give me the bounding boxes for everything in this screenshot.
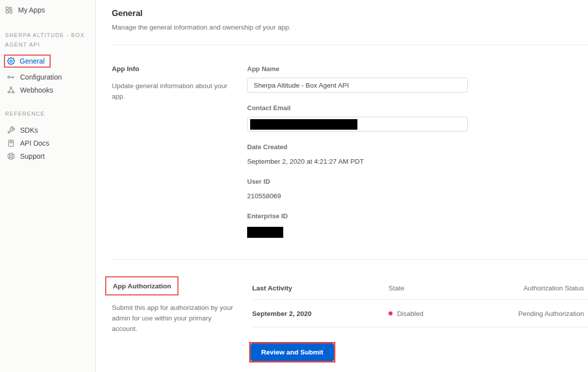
app-name-label: App Name bbox=[247, 65, 588, 73]
sidebar-item-label: Support bbox=[20, 152, 45, 160]
document-icon bbox=[7, 139, 15, 147]
sidebar-item-api-docs[interactable]: API Docs bbox=[0, 137, 95, 150]
sidebar-item-label: SDKs bbox=[20, 126, 38, 134]
sidebar-item-label: My Apps bbox=[18, 6, 45, 14]
column-header-authorization-status: Authorization Status bbox=[472, 284, 588, 292]
sidebar-item-general[interactable]: General bbox=[4, 55, 51, 68]
authorization-status-cell: Pending Authorization bbox=[472, 310, 588, 317]
app-info-description: Update general information about your ap… bbox=[112, 81, 234, 102]
page-header: General Manage the general information a… bbox=[112, 0, 588, 45]
review-and-submit-button[interactable]: Review and Submit bbox=[251, 343, 334, 361]
column-header-last-activity: Last Activity bbox=[252, 284, 388, 292]
app-info-heading: App Info bbox=[112, 65, 234, 73]
table-row: September 2, 2020 Disabled Pending Autho… bbox=[252, 300, 588, 327]
redaction-box-enterprise-id bbox=[247, 227, 283, 238]
page-subtitle: Manage the general information and owner… bbox=[112, 24, 588, 31]
sidebar-app-section-label: SHERPA ALTITUDE - BOX AGENT API bbox=[5, 31, 88, 50]
enterprise-id-label: Enterprise ID bbox=[247, 212, 588, 220]
contact-email-label: Contact Email bbox=[247, 104, 588, 112]
app-authorization-section: App Authorization Submit this app for au… bbox=[112, 260, 588, 362]
date-created-label: Date Created bbox=[247, 143, 588, 151]
sidebar-item-configuration[interactable]: Configuration bbox=[0, 71, 95, 84]
sidebar-item-webhooks[interactable]: Webhooks bbox=[0, 84, 95, 97]
status-dot-icon bbox=[388, 311, 393, 315]
app-authorization-description: Submit this app for authorization by you… bbox=[112, 302, 234, 334]
app-info-section: App Info Update general information abou… bbox=[112, 45, 588, 260]
gear-icon bbox=[7, 57, 15, 65]
redaction-box-email bbox=[250, 119, 357, 130]
webhook-icon bbox=[7, 86, 15, 94]
column-header-state: State bbox=[388, 284, 472, 292]
app-authorization-heading: App Authorization bbox=[113, 282, 171, 290]
sidebar-item-label: API Docs bbox=[20, 139, 49, 147]
user-id-field: User ID 210558069 bbox=[247, 178, 588, 200]
date-created-field: Date Created September 2, 2020 at 4:21:2… bbox=[247, 143, 588, 165]
annotation-highlight-submit-button: Review and Submit bbox=[249, 342, 335, 362]
sidebar-item-label: General bbox=[20, 57, 45, 65]
contact-email-field: Contact Email bbox=[247, 104, 588, 132]
authorization-table: Last Activity State Authorization Status… bbox=[247, 276, 588, 327]
user-id-value: 210558069 bbox=[247, 192, 588, 200]
sidebar-reference-label: REFERENCE bbox=[5, 109, 88, 119]
last-activity-cell: September 2, 2020 bbox=[252, 310, 388, 317]
sidebar-item-my-apps[interactable]: My Apps bbox=[0, 0, 95, 18]
page-title: General bbox=[112, 9, 588, 18]
sidebar: My Apps SHERPA ALTITUDE - BOX AGENT API … bbox=[0, 0, 96, 372]
app-name-input[interactable] bbox=[247, 78, 468, 93]
wrench-icon bbox=[7, 126, 15, 134]
sidebar-item-label: Webhooks bbox=[20, 86, 53, 94]
main-content: General Manage the general information a… bbox=[96, 0, 588, 372]
state-value: Disabled bbox=[397, 310, 424, 317]
app-name-field: App Name bbox=[247, 65, 588, 93]
user-id-label: User ID bbox=[247, 178, 588, 185]
sidebar-item-support[interactable]: Support bbox=[0, 150, 95, 163]
key-icon bbox=[7, 73, 15, 81]
sidebar-item-label: Configuration bbox=[20, 73, 62, 81]
state-cell: Disabled bbox=[388, 310, 472, 317]
table-header-row: Last Activity State Authorization Status bbox=[252, 276, 588, 300]
sidebar-item-sdks[interactable]: SDKs bbox=[0, 124, 95, 137]
apps-grid-icon bbox=[5, 6, 13, 14]
enterprise-id-field: Enterprise ID bbox=[247, 212, 588, 238]
lifebuoy-icon bbox=[7, 152, 15, 160]
annotation-highlight-app-authorization: App Authorization bbox=[105, 276, 178, 295]
date-created-value: September 2, 2020 at 4:21:27 AM PDT bbox=[247, 158, 588, 165]
